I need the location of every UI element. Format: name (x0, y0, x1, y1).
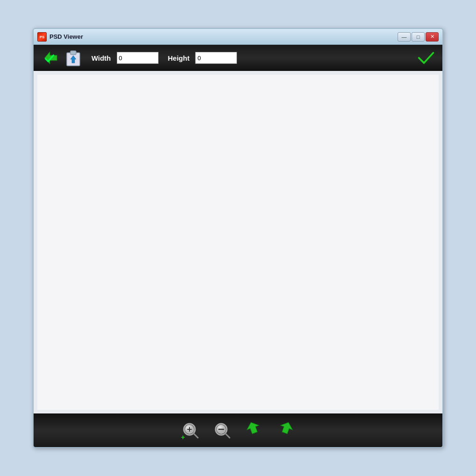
minimize-button[interactable]: — (398, 32, 411, 42)
canvas-area (34, 71, 442, 413)
svg-line-13 (225, 434, 230, 438)
open-button[interactable] (41, 49, 59, 67)
height-label: Height (168, 54, 190, 62)
width-input[interactable] (117, 52, 159, 64)
height-input[interactable] (195, 52, 237, 64)
main-window: PS PSD Viewer — □ ✕ (33, 28, 443, 448)
canvas-surface (37, 75, 439, 410)
svg-text:+: + (181, 434, 185, 441)
bottom-toolbar: + (34, 413, 442, 447)
width-label: Width (91, 54, 111, 62)
svg-marker-14 (245, 420, 261, 435)
zoom-out-button[interactable] (211, 419, 233, 441)
svg-rect-2 (70, 51, 76, 55)
close-button[interactable]: ✕ (426, 32, 439, 42)
svg-marker-15 (279, 420, 295, 435)
app-icon: PS (37, 32, 47, 42)
save-button[interactable] (64, 49, 82, 67)
title-bar: PS PSD Viewer — □ ✕ (34, 29, 442, 45)
confirm-button[interactable] (417, 49, 435, 67)
top-toolbar: Width Height (34, 45, 442, 71)
window-title: PSD Viewer (49, 33, 398, 40)
window-controls: — □ ✕ (398, 32, 439, 42)
zoom-in-button[interactable]: + (179, 419, 202, 441)
restore-button[interactable]: □ (412, 32, 425, 42)
svg-line-8 (194, 434, 198, 438)
rotate-right-button[interactable] (274, 419, 297, 441)
rotate-left-button[interactable] (243, 419, 265, 441)
